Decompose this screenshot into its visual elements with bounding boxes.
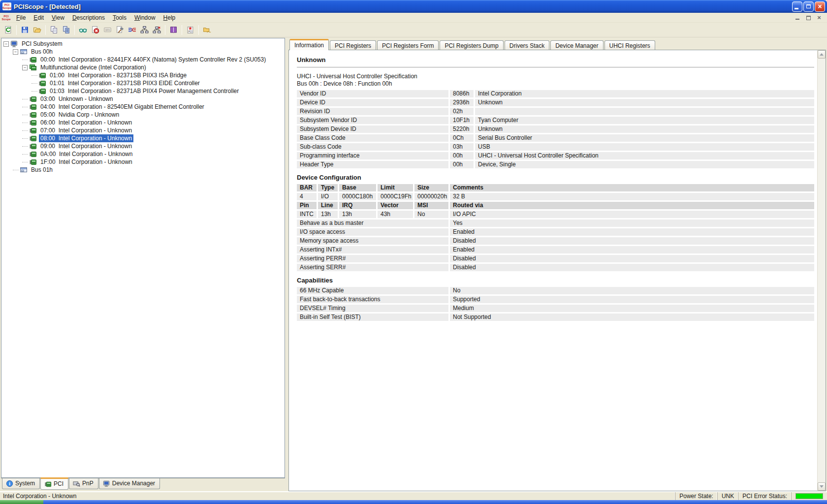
menu-descriptions[interactable]: Descriptions	[68, 13, 109, 22]
tree-connector	[22, 60, 28, 60]
toolbar-tools-button[interactable]	[114, 24, 126, 36]
table-cell: 13h	[318, 211, 338, 218]
tree-item[interactable]: 1F:00 Intel Corporation - Unknown	[1, 158, 285, 166]
tree-item[interactable]: 01:00 Intel Corporation - 82371SB PIIX3 …	[1, 71, 285, 79]
table-cell: UHCI - Universal Host Controller Specifi…	[475, 152, 814, 159]
tree-item[interactable]: 01:03 Intel Corporation - 82371AB PIIX4 …	[1, 87, 285, 95]
minimize-button[interactable]	[792, 1, 802, 12]
tab-pci-registers-dump[interactable]: PCI Registers Dump	[440, 40, 503, 50]
power-state-label: Power State:	[675, 492, 717, 500]
tree-item-label: 0A:00 Intel Corporation - Unknown	[39, 150, 134, 158]
toolbar-compare-button[interactable]	[126, 24, 138, 36]
table-cell: Sub-class Code	[297, 143, 448, 151]
table-cell: Enabled	[450, 228, 814, 236]
mdi-minimize-button[interactable]	[794, 14, 801, 21]
toolbar-refresh-button[interactable]	[2, 24, 14, 36]
restore-button[interactable]	[803, 1, 814, 12]
toolbar-view-button[interactable]	[77, 24, 89, 36]
start-button-fragment[interactable]	[0, 500, 43, 504]
capabilities-table: 66 MHz CapableNoFast back-to-back transa…	[297, 287, 814, 321]
menu-bar: PCIScope FileEditViewDescriptionsToolsWi…	[0, 13, 827, 23]
tree-item[interactable]: 01:01 Intel Corporation - 82371SB PIIX3 …	[1, 79, 285, 87]
tree-expander-icon[interactable]: −	[13, 49, 18, 55]
table-cell: 32 B	[450, 193, 814, 200]
hex-3fh-icon: 3Fh	[103, 26, 112, 34]
tree-item[interactable]: 0A:00 Intel Corporation - Unknown	[1, 150, 285, 158]
toolbar-stop-button[interactable]	[89, 24, 101, 36]
menu-edit[interactable]: Edit	[30, 13, 48, 22]
table-row: 66 MHz CapableNo	[297, 287, 814, 294]
tab-uhci-registers[interactable]: UHCI Registers	[604, 40, 655, 50]
taskbar-strip	[43, 500, 827, 504]
mdi-child-icon[interactable]: PCIScope	[2, 14, 10, 21]
bottom-tab-device-manager[interactable]: Device Manager	[99, 478, 160, 489]
device-icon	[29, 142, 37, 150]
tree-item[interactable]: −Multifunctional device (Intel Corporati…	[1, 63, 285, 71]
compare-icon	[128, 26, 136, 34]
tab-pci-registers-form[interactable]: PCI Registers Form	[377, 40, 439, 50]
pciscope-window: PCIScope PCIScope - [Detected] × PCIScop…	[0, 0, 827, 504]
tree-item[interactable]: −PCI Subsystem	[1, 40, 285, 48]
tree-connector	[22, 138, 28, 139]
toolbar-copy-structure-button[interactable]	[60, 24, 72, 36]
menu-help[interactable]: Help	[159, 13, 180, 22]
table-cell: Asserting INTx#	[297, 246, 448, 253]
bottom-tab-pci[interactable]: PCI	[40, 477, 68, 490]
tree-item[interactable]: 00:00 Intel Corporation - 82441FX 440FX …	[1, 56, 285, 63]
table-cell: No	[450, 287, 814, 294]
scroll-up-button[interactable]	[818, 50, 826, 59]
table-cell: Asserting PERR#	[297, 255, 448, 262]
toolbar-separator	[74, 25, 75, 35]
bottom-tab-system[interactable]: iSystem	[2, 478, 40, 489]
toolbar-hex-3fh-button[interactable]: 3Fh	[101, 24, 114, 36]
toolbar-hierarchy-button[interactable]	[138, 24, 151, 36]
menu-window[interactable]: Window	[130, 13, 159, 22]
menu-view[interactable]: View	[48, 13, 68, 22]
toolbar-pci-scan-button[interactable]: PCI	[184, 24, 196, 36]
toolbar-folder-tree-button[interactable]	[201, 24, 213, 36]
tree-item[interactable]: Bus 01h	[1, 166, 285, 174]
toolbar-hierarchy-scan-button[interactable]	[151, 24, 163, 36]
menu-tools[interactable]: Tools	[109, 13, 130, 22]
mdi-restore-button[interactable]	[804, 14, 812, 21]
tree-connector	[22, 115, 28, 115]
table-row: Asserting SERR#Disabled	[297, 264, 814, 271]
pci-icon	[44, 480, 52, 488]
toolbar-save-button[interactable]	[19, 24, 31, 36]
tab-information[interactable]: Information	[289, 39, 329, 50]
tree-expander-icon[interactable]: −	[3, 41, 9, 47]
tab-drivers-stack[interactable]: Drivers Stack	[505, 40, 549, 50]
tree-item-label: 05:00 Nvidia Corp - Unknown	[39, 111, 121, 119]
bottom-tab-pnp[interactable]: PnP	[69, 478, 98, 489]
tools-icon	[116, 26, 124, 34]
toolbar-help-book-button[interactable]	[167, 24, 180, 36]
device-icon	[29, 103, 37, 111]
mdi-minimize-icon	[795, 19, 799, 20]
tree-item[interactable]: 04:00 Intel Corporation - 82540EM Gigabi…	[1, 103, 285, 111]
tree-item[interactable]: 09:00 Intel Corporation - Unknown	[1, 142, 285, 150]
mdi-close-button[interactable]: ×	[815, 14, 823, 21]
tab-device-manager[interactable]: Device Manager	[550, 40, 603, 50]
vertical-scrollbar[interactable]	[817, 50, 826, 491]
panel-splitter[interactable]	[285, 38, 288, 491]
table-cell: Serial Bus Controller	[475, 134, 814, 142]
menu-file[interactable]: File	[12, 13, 30, 22]
tree-item[interactable]: 06:00 Intel Corporation - Unknown	[1, 119, 285, 126]
tree-item[interactable]: 05:00 Nvidia Corp - Unknown	[1, 111, 285, 119]
restore-icon	[806, 4, 811, 8]
scroll-down-button[interactable]	[818, 482, 826, 491]
table-cell: Subsystem Vendor ID	[297, 117, 448, 124]
svg-text:PCI: PCI	[189, 31, 192, 33]
tree-item[interactable]: 03:00 Unknown - Unknown	[1, 95, 285, 103]
tree-connector	[32, 83, 37, 84]
tree-item[interactable]: 08:00 Intel Corporation - Unknown	[1, 134, 285, 142]
close-button[interactable]: ×	[815, 1, 825, 12]
tree-connector	[22, 130, 28, 131]
toolbar-copy-button[interactable]	[48, 24, 60, 36]
tree-expander-icon[interactable]: −	[22, 65, 28, 70]
toolbar-open-button[interactable]	[31, 24, 43, 36]
tab-pci-registers[interactable]: PCI Registers	[330, 40, 376, 50]
tree-item[interactable]: 07:00 Intel Corporation - Unknown	[1, 126, 285, 134]
tree-item[interactable]: −Bus 00h	[1, 48, 285, 56]
device-flags-table: Behave as a bus masterYesI/O space acces…	[297, 220, 814, 271]
